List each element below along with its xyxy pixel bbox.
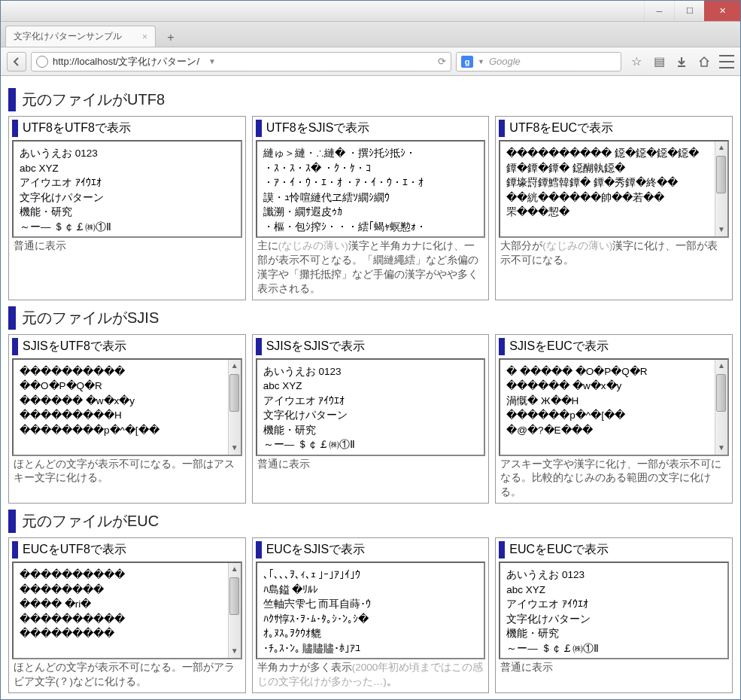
new-tab-button[interactable]: +: [160, 29, 181, 47]
menu-button[interactable]: [719, 54, 734, 69]
caption: アスキー文字や漢字に化け、一部が表示不可になる。比較的なじみのある範囲の文字に化…: [499, 456, 729, 501]
encoding-cell: UTF8をSJISで表示 縺ゅ＞縺・∴縺� ・撰ｼ托ｼ抵ｼ・ ・ｽ・ｽ・ｽ� ・…: [252, 116, 490, 300]
caption: 普通に表示: [256, 456, 486, 472]
search-placeholder: Google: [489, 56, 521, 67]
sample-text: あいうえお 0123 abc XYZ アイウエオ ｱｲｳｴｵ 文字化けパターン …: [263, 366, 355, 451]
cell-title: EUCをEUCで表示: [499, 541, 729, 558]
sample-box: あいうえお 0123 abc XYZ アイウエオ ｱｲｳｴｵ 文字化けパターン …: [256, 358, 486, 456]
back-button[interactable]: [7, 52, 26, 72]
scroll-thumb[interactable]: [716, 156, 726, 193]
sample-text: ���������� ��O�P�Q�R ������ �w�x�y �����…: [20, 366, 159, 436]
encoding-cell: UTF8をUTF8で表示 あいうえお 0123 abc XYZ アイウエオ ｱｲ…: [8, 116, 246, 300]
page-content: 元のファイルがUTF8 UTF8をUTF8で表示 あいうえお 0123 abc …: [1, 76, 740, 699]
scroll-down-icon[interactable]: ▼: [715, 442, 727, 455]
sample-text: あいうえお 0123 abc XYZ アイウエオ ｱｲｳｴｵ 文字化けパターン …: [506, 569, 598, 654]
browser-tab-title: 文字化けパターンサンプル: [14, 30, 122, 43]
globe-icon: [36, 56, 48, 68]
cell-title: SJISをEUCで表示: [499, 338, 729, 355]
browser-navbar: http://localhost/文字化けパターン/ ▼ ⟳ g ▼ Googl…: [1, 47, 740, 76]
cell-title: SJISをSJISで表示: [256, 338, 486, 355]
cell-title: EUCをUTF8で表示: [12, 541, 242, 558]
reload-icon[interactable]: ⟳: [438, 56, 446, 67]
tab-close-icon[interactable]: ×: [142, 32, 147, 42]
caption: 主に(なじみの薄い)漢字と半角カナに化け、一部が表示不可となる。「繝縺繩繧」など…: [256, 238, 486, 297]
cell-title: EUCをSJISで表示: [256, 541, 486, 558]
cell-title: SJISをUTF8で表示: [12, 338, 242, 355]
sample-box: � ����� �O�P�Q�R ������ �w�x�y 渦慨� Ж��H …: [499, 358, 729, 456]
cell-title: UTF8をEUCで表示: [499, 120, 729, 137]
scroll-up-icon[interactable]: ▲: [229, 563, 241, 576]
window-titlebar: ─ ☐ ✕: [1, 1, 740, 22]
encoding-cell: SJISをSJISで表示 あいうえお 0123 abc XYZ アイウエオ ｱｲ…: [252, 334, 490, 504]
grid-row: SJISをUTF8で表示 ���������� ��O�P�Q�R ������…: [8, 334, 733, 504]
sample-box: ���������� 鐚�鐚�鐚�鐚� 鐔�鐔�鐔� 鐚醐執鐚� 鐔壕罸鐔鱈韓鐔…: [499, 140, 729, 238]
sample-box: ���������� ��O�P�Q�R ������ �w�x�y �����…: [12, 358, 242, 456]
browser-tabstrip: 文字化けパターンサンプル × +: [1, 22, 740, 47]
scrollbar-vertical[interactable]: ▲▼: [715, 142, 727, 236]
scrollbar-vertical[interactable]: ▲▼: [715, 360, 727, 455]
window-minimize-button[interactable]: ─: [644, 1, 674, 21]
encoding-cell: SJISをEUCで表示 � ����� �O�P�Q�R ������ �w�x…: [495, 334, 733, 504]
cell-title: UTF8をUTF8で表示: [12, 120, 242, 137]
scroll-down-icon[interactable]: ▼: [229, 442, 241, 455]
url-text: http://localhost/文字化けパターン/: [53, 55, 199, 68]
scroll-down-icon[interactable]: ▼: [715, 224, 727, 236]
search-bar[interactable]: g ▼ Google: [456, 52, 621, 72]
section-heading: 元のファイルがUTF8: [8, 88, 733, 111]
sample-text: あいうえお 0123 abc XYZ アイウエオ ｱｲｳｴｵ 文字化けパターン …: [20, 148, 111, 233]
scroll-thumb[interactable]: [716, 374, 726, 412]
encoding-cell: SJISをUTF8で表示 ���������� ��O�P�Q�R ������…: [8, 334, 246, 504]
scroll-up-icon[interactable]: ▲: [715, 142, 727, 154]
sample-box: ､｢､､､ｦ､ｨ､ｪ ｣ｰ｣ｱ｣ｲ｣ｳ ﾊ島鎰 �ﾘﾙﾚ 竺軸宍雫七 而耳自蒔･…: [256, 562, 486, 659]
encoding-cell: UTF8をEUCで表示 ���������� 鐚�鐚�鐚�鐚� 鐔�鐔�鐔� 鐚…: [495, 116, 733, 300]
caption: 普通に表示: [499, 659, 729, 675]
search-dropdown-icon[interactable]: ▼: [478, 58, 484, 65]
encoding-cell: EUCをUTF8で表示 ���������� �������� ���� �ri…: [8, 537, 246, 693]
cell-title: UTF8をSJISで表示: [256, 120, 486, 137]
sample-box: ���������� �������� ���� �ri� ����������…: [12, 562, 242, 659]
section-heading: 元のファイルがEUC: [8, 510, 733, 533]
scroll-up-icon[interactable]: ▲: [229, 360, 241, 373]
sample-text: ���������� 鐚�鐚�鐚�鐚� 鐔�鐔�鐔� 鐚醐執鐚� 鐔壕罸鐔鱈韓鐔…: [506, 148, 699, 218]
sample-text: � ����� �O�P�Q�R ������ �w�x�y 渦慨� Ж��H …: [506, 366, 647, 436]
section-heading: 元のファイルがSJIS: [8, 306, 733, 330]
caption: 半角カナが多く表示(2000年初め頃まではこの感じの文字化けが多かった…)。: [256, 659, 486, 689]
browser-tab[interactable]: 文字化けパターンサンプル ×: [5, 26, 156, 47]
scrollbar-vertical[interactable]: ▲▼: [228, 563, 241, 658]
caption: 普通に表示: [12, 238, 242, 254]
sample-box: あいうえお 0123 abc XYZ アイウエオ ｱｲｳｴｵ 文字化けパターン …: [12, 140, 242, 238]
scroll-thumb[interactable]: [229, 374, 239, 412]
sample-box: あいうえお 0123 abc XYZ アイウエオ ｱｲｳｴｵ 文字化けパターン …: [499, 562, 729, 659]
scroll-up-icon[interactable]: ▲: [715, 360, 727, 373]
browser-window: ─ ☐ ✕ 文字化けパターンサンプル × + http://localhost/…: [0, 0, 741, 700]
sample-text: 縺ゅ＞縺・∴縺� ・撰ｼ托ｼ抵ｼ・ ・ｽ・ｽ・ｽ� ・ｸ・ｹ・ｺ ・ｱ・ｲ・ｳ・…: [263, 148, 427, 233]
sample-text: ���������� �������� ���� �ri� ����������…: [20, 569, 125, 639]
window-close-button[interactable]: ✕: [704, 1, 740, 21]
url-bar[interactable]: http://localhost/文字化けパターン/ ▼ ⟳: [31, 52, 451, 72]
caption: 大部分が(なじみの薄い)漢字に化け、一部が表示不可になる。: [499, 238, 729, 268]
reading-list-icon[interactable]: ▤: [651, 54, 667, 69]
scroll-thumb[interactable]: [229, 577, 239, 615]
bookmark-icon[interactable]: ☆: [629, 54, 644, 69]
window-maximize-button[interactable]: ☐: [674, 1, 704, 21]
url-dropdown-icon[interactable]: ▼: [208, 57, 216, 65]
sample-box: 縺ゅ＞縺・∴縺� ・撰ｼ托ｼ抵ｼ・ ・ｽ・ｽ・ｽ� ・ｸ・ｹ・ｺ ・ｱ・ｲ・ｳ・…: [256, 140, 486, 238]
toolbar-icons: ☆ ▤: [626, 54, 734, 69]
scroll-down-icon[interactable]: ▼: [229, 645, 241, 658]
encoding-cell: EUCをSJISで表示 ､｢､､､ｦ､ｨ､ｪ ｣ｰ｣ｱ｣ｲ｣ｳ ﾊ島鎰 �ﾘﾙﾚ…: [252, 537, 490, 693]
home-icon[interactable]: [697, 54, 712, 69]
scrollbar-vertical[interactable]: ▲▼: [228, 360, 241, 455]
caption: ほとんどの文字が表示不可になる。一部がアラビア文字(？)などに化ける。: [12, 659, 242, 689]
sample-text: ､｢､､､ｦ､ｨ､ｪ ｣ｰ｣ｱ｣ｲ｣ｳ ﾊ島鎰 �ﾘﾙﾚ 竺軸宍雫七 而耳自蒔･…: [263, 569, 372, 654]
downloads-icon[interactable]: [674, 54, 689, 69]
caption: ほとんどの文字が表示不可になる。一部はアスキー文字に化ける。: [12, 456, 242, 486]
grid-row: UTF8をUTF8で表示 あいうえお 0123 abc XYZ アイウエオ ｱｲ…: [8, 116, 733, 300]
encoding-cell: EUCをEUCで表示 あいうえお 0123 abc XYZ アイウエオ ｱｲｳｴ…: [495, 537, 733, 693]
grid-row: EUCをUTF8で表示 ���������� �������� ���� �ri…: [8, 537, 733, 693]
google-icon: g: [461, 56, 473, 68]
